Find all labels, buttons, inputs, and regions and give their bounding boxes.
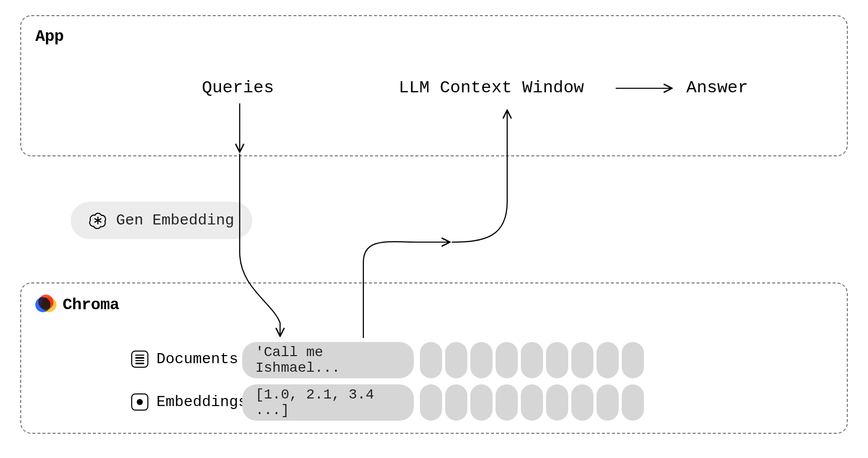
data-column-doc: [496, 342, 518, 378]
openai-icon: [89, 211, 107, 230]
queries-label: Queries: [202, 78, 274, 97]
documents-row-label: Documents: [131, 351, 238, 368]
embeddings-label-text: Embeddings: [156, 393, 247, 411]
data-column-doc: [420, 342, 442, 378]
app-title: App: [35, 27, 64, 46]
data-column-emb: [521, 384, 543, 421]
data-column-emb: [622, 384, 644, 421]
chroma-title-text: Chroma: [63, 296, 119, 314]
document-sample-cell: 'Call me Ishmael...: [242, 342, 414, 378]
data-column-emb: [496, 384, 518, 421]
embedding-icon: [131, 393, 148, 411]
diagram-canvas: App Queries LLM Context Window Answer Ge…: [0, 0, 868, 458]
embedding-sample-cell: [1.0, 2.1, 3.4 ...]: [242, 384, 414, 421]
llm-context-label: LLM Context Window: [399, 78, 584, 97]
document-sample-text: 'Call me Ishmael...: [255, 345, 401, 376]
document-icon: [131, 351, 148, 368]
data-column-doc: [571, 342, 593, 378]
documents-label-text: Documents: [156, 351, 238, 368]
data-column-emb: [445, 384, 467, 421]
data-column-emb: [571, 384, 593, 421]
app-title-text: App: [35, 27, 64, 46]
embeddings-row-label: Embeddings: [131, 393, 247, 411]
data-column-doc: [470, 342, 493, 378]
gen-embedding-node: Gen Embedding: [71, 202, 252, 239]
data-column-emb: [546, 384, 568, 421]
data-column-emb: [596, 384, 619, 421]
data-column-doc: [521, 342, 543, 378]
data-column-emb: [470, 384, 493, 421]
chroma-logo-icon: [35, 295, 56, 315]
chroma-title: Chroma: [35, 295, 119, 315]
data-column-doc: [622, 342, 644, 378]
data-column-doc: [445, 342, 467, 378]
data-column-doc: [596, 342, 619, 378]
data-column-emb: [420, 384, 442, 421]
data-column-doc: [546, 342, 568, 378]
embedding-sample-text: [1.0, 2.1, 3.4 ...]: [255, 387, 401, 418]
answer-label: Answer: [686, 78, 748, 97]
gen-embedding-label: Gen Embedding: [116, 212, 234, 229]
